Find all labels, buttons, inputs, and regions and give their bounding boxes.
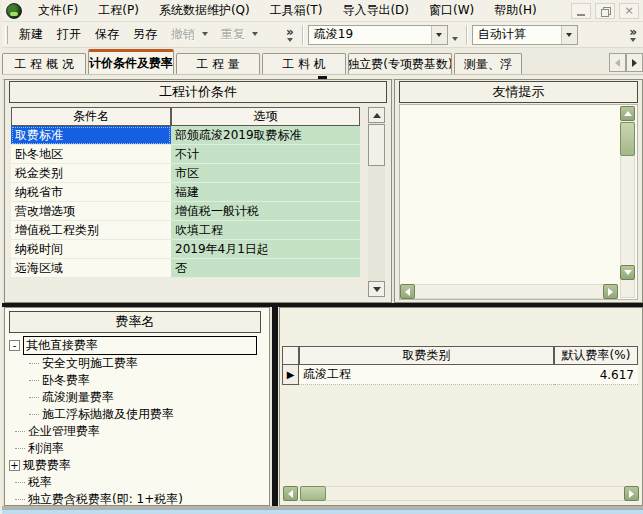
tree-item-label[interactable]: 疏浚测量费率 bbox=[42, 389, 114, 406]
tree-item-regulation-fees[interactable]: + 规费费率 bbox=[9, 457, 71, 473]
tips-scroll-right-button[interactable] bbox=[603, 284, 618, 299]
condition-value-cell[interactable]: 2019年4月1日起 bbox=[171, 240, 360, 259]
toolbar-overflow-button-2[interactable]: » bbox=[625, 28, 641, 42]
menu-help[interactable]: 帮助(H) bbox=[484, 0, 546, 22]
scroll-left-icon bbox=[405, 288, 410, 296]
save-as-button[interactable]: 另存 bbox=[126, 23, 164, 46]
tab-independent-fees[interactable]: 独立费(专项费基数) bbox=[348, 53, 452, 74]
template-combo-extra-arrow-icon[interactable] bbox=[452, 37, 458, 41]
rate-scroll-right-button[interactable] bbox=[624, 486, 639, 501]
tab-labor-material-machine[interactable]: 工 料 机 bbox=[262, 53, 346, 74]
tree-item-profit-rate[interactable]: 利润率 bbox=[15, 440, 64, 456]
tree-expand-icon[interactable]: + bbox=[9, 460, 20, 471]
combo-arrow-icon bbox=[436, 33, 442, 37]
tree-item-label[interactable]: 施工浮标抛撒及使用费率 bbox=[42, 406, 174, 423]
tree-item-label[interactable]: 规费费率 bbox=[23, 457, 71, 474]
menu-system-data[interactable]: 系统数据维护(Q) bbox=[149, 0, 260, 22]
new-button[interactable]: 新建 bbox=[12, 23, 50, 46]
tips-content[interactable] bbox=[399, 104, 638, 300]
tree-collapse-icon[interactable]: - bbox=[9, 340, 20, 351]
close-button[interactable]: × bbox=[619, 3, 639, 19]
condition-value-cell[interactable]: 增值税一般计税 bbox=[171, 202, 360, 221]
default-rate-cell[interactable]: 4.617 bbox=[554, 365, 638, 385]
column-header-fee-category[interactable]: 取费类别 bbox=[299, 346, 554, 365]
tab-quantities[interactable]: 工 程 量 bbox=[176, 53, 260, 74]
rate-hscroll-thumb[interactable] bbox=[300, 486, 326, 501]
tab-survey[interactable]: 测量、浮 bbox=[454, 53, 522, 74]
condition-value-cell[interactable]: 吹填工程 bbox=[171, 221, 360, 240]
menu-toolbox[interactable]: 工具箱(T) bbox=[260, 0, 333, 22]
condition-value-cell[interactable]: 不计 bbox=[171, 145, 360, 164]
condition-name-cell[interactable]: 卧冬地区 bbox=[11, 145, 171, 164]
tree-item-other-direct-fees[interactable]: - 其他直接费率 bbox=[9, 337, 257, 353]
pricing-scroll-thumb[interactable] bbox=[368, 124, 385, 166]
tree-item-label[interactable]: 独立费含税费率(即: 1+税率) bbox=[28, 491, 183, 508]
condition-name-cell[interactable]: 纳税省市 bbox=[11, 183, 171, 202]
condition-name-cell[interactable]: 取费标准 bbox=[11, 126, 171, 145]
condition-name-cell[interactable]: 远海区域 bbox=[11, 259, 171, 278]
tips-scroll-up-button[interactable] bbox=[620, 106, 635, 121]
tab-scroll-left-button[interactable] bbox=[609, 53, 626, 72]
vertical-splitter-bottom[interactable] bbox=[272, 307, 278, 506]
condition-name-cell[interactable]: 营改增选项 bbox=[11, 202, 171, 221]
minimize-button[interactable] bbox=[571, 3, 591, 19]
restore-button[interactable] bbox=[595, 3, 615, 19]
column-header-condition-name[interactable]: 条件名 bbox=[11, 107, 171, 126]
tips-vscroll-thumb[interactable] bbox=[620, 122, 635, 156]
tab-scroll-right-button[interactable] bbox=[626, 53, 643, 72]
condition-name-cell[interactable]: 纳税时间 bbox=[11, 240, 171, 259]
tips-scroll-down-button[interactable] bbox=[620, 265, 635, 280]
rate-scroll-left-button[interactable] bbox=[283, 486, 298, 501]
condition-name-cell[interactable]: 税金类别 bbox=[11, 164, 171, 183]
tab-pricing-conditions[interactable]: 计价条件及费率 bbox=[88, 49, 174, 74]
minimize-icon bbox=[577, 14, 585, 16]
save-button[interactable]: 保存 bbox=[88, 23, 126, 46]
fee-category-cell[interactable]: 疏浚工程 bbox=[299, 365, 554, 385]
open-button[interactable]: 打开 bbox=[50, 23, 88, 46]
tree-item-tax-rate[interactable]: 税率 bbox=[15, 474, 52, 490]
calc-mode-combobox-button[interactable] bbox=[561, 26, 577, 44]
toolbar-overflow-button[interactable]: » bbox=[282, 28, 298, 42]
overflow-arrow-icon bbox=[287, 38, 293, 42]
tree-item-label[interactable]: 安全文明施工费率 bbox=[42, 355, 138, 372]
tree-item-label[interactable]: 利润率 bbox=[28, 440, 64, 457]
tree-item-safety-civilized[interactable]: 安全文明施工费率 bbox=[29, 355, 138, 371]
tab-project-overview[interactable]: 工 程 概 况 bbox=[2, 53, 86, 74]
toolbar-grip[interactable] bbox=[5, 26, 8, 44]
undo-dropdown-icon[interactable] bbox=[202, 32, 208, 36]
scroll-left-icon bbox=[288, 490, 293, 498]
tree-item-enterprise-mgmt[interactable]: 企业管理费率 bbox=[15, 423, 100, 439]
tree-item-independent-fee-tax[interactable]: 独立费含税费率(即: 1+税率) bbox=[15, 491, 183, 507]
tree-item-buoy-rate[interactable]: 施工浮标抛撒及使用费率 bbox=[29, 406, 174, 422]
tree-item-label[interactable]: 企业管理费率 bbox=[28, 423, 100, 440]
redo-dropdown-icon[interactable] bbox=[252, 32, 258, 36]
column-header-default-rate[interactable]: 默认费率(%) bbox=[554, 346, 638, 365]
menu-import-export[interactable]: 导入导出(D) bbox=[332, 0, 419, 22]
calc-mode-combobox[interactable]: 自动计算 bbox=[472, 25, 578, 45]
tree-item-label[interactable]: 其他直接费率 bbox=[23, 336, 257, 355]
row-selector-cell[interactable]: ▶ bbox=[282, 365, 299, 385]
tree-connector bbox=[15, 499, 25, 500]
condition-name-cell[interactable]: 增值税工程类别 bbox=[11, 221, 171, 240]
template-combobox-button[interactable] bbox=[431, 26, 447, 44]
tree-item-winter-rate[interactable]: 卧冬费率 bbox=[29, 372, 90, 388]
rate-hscroll-track[interactable] bbox=[283, 486, 639, 501]
condition-value-cell[interactable]: 市区 bbox=[171, 164, 360, 183]
column-header-option[interactable]: 选项 bbox=[171, 107, 360, 126]
tree-item-dredge-survey-rate[interactable]: 疏浚测量费率 bbox=[29, 389, 114, 405]
pricing-scroll-down-button[interactable] bbox=[368, 281, 385, 297]
tips-scroll-left-button[interactable] bbox=[400, 284, 415, 299]
tips-hscroll-track[interactable] bbox=[400, 284, 618, 299]
pricing-scroll-up-button[interactable] bbox=[368, 107, 385, 123]
tree-item-label[interactable]: 卧冬费率 bbox=[42, 372, 90, 389]
condition-value-cell[interactable]: 否 bbox=[171, 259, 360, 278]
scroll-up-icon bbox=[624, 111, 632, 116]
template-combobox[interactable]: 疏浚19 bbox=[308, 25, 448, 45]
tips-panel-title: 友情提示 bbox=[399, 81, 638, 103]
condition-value-cell[interactable]: 福建 bbox=[171, 183, 360, 202]
tree-item-label[interactable]: 税率 bbox=[28, 474, 52, 491]
menu-window[interactable]: 窗口(W) bbox=[419, 0, 484, 22]
menu-project[interactable]: 工程(P) bbox=[88, 0, 149, 22]
menu-file[interactable]: 文件(F) bbox=[28, 0, 88, 22]
condition-value-cell[interactable]: 部颁疏浚2019取费标准 bbox=[171, 126, 360, 145]
